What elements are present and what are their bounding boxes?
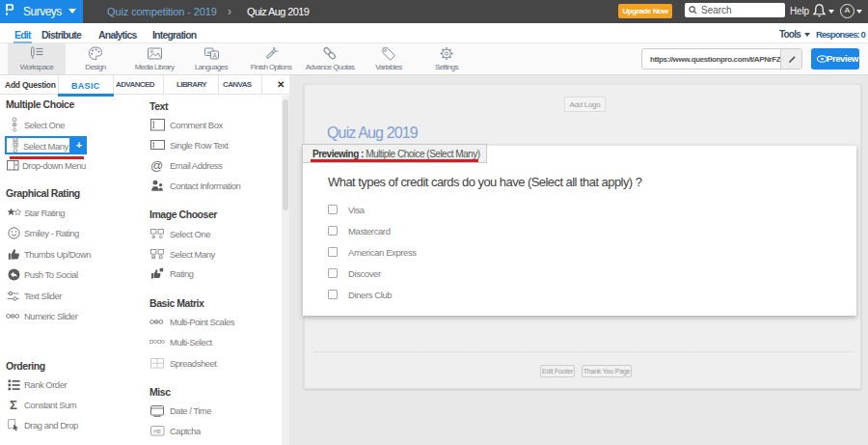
svg-text:a: a	[206, 49, 210, 55]
svg-text:A: A	[212, 52, 217, 59]
svg-text:HB: HB	[153, 429, 161, 434]
